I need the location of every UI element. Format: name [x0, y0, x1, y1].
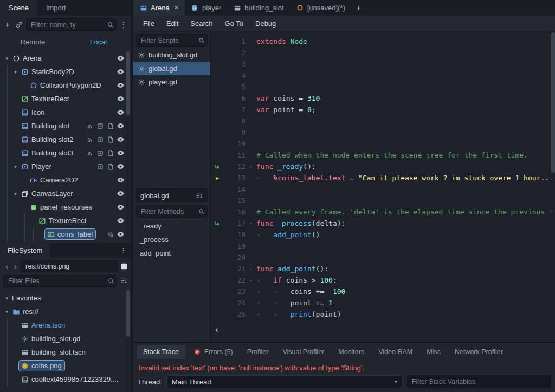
scene-tree-item[interactable]: Building slot2: [0, 133, 131, 146]
dock-tab-import[interactable]: Import: [37, 0, 75, 16]
filesystem-scrollbar[interactable]: [126, 290, 130, 391]
script-icon[interactable]: [106, 135, 114, 143]
script-icon[interactable]: [106, 162, 114, 171]
filesystem-item[interactable]: building_slot.gd: [0, 332, 131, 345]
filter-methods-input[interactable]: [136, 205, 208, 218]
group-icon[interactable]: [96, 122, 104, 130]
filesystem-item[interactable]: ▾Favorites:: [0, 291, 131, 305]
code-line[interactable]: 15: [211, 195, 555, 206]
visibility-eye-icon[interactable]: [117, 122, 125, 130]
code-line[interactable]: 23» » coins += -100: [211, 286, 555, 297]
code-line[interactable]: ▶13» %coins_label.text = "Can it please …: [211, 172, 555, 184]
fold-arrow-icon[interactable]: ▾: [246, 278, 256, 283]
code-line[interactable]: 10: [211, 138, 555, 149]
scene-tree-item[interactable]: coins_label%: [0, 227, 131, 241]
code-line[interactable]: 20: [211, 252, 555, 263]
scrollbar-thumb[interactable]: [126, 51, 130, 115]
scene-tree-item[interactable]: ▾Player: [0, 160, 131, 173]
sort-files-button[interactable]: [120, 277, 128, 285]
scene-tree-item[interactable]: panel_resourses: [0, 200, 131, 214]
filesystem-path-input[interactable]: [21, 260, 118, 272]
code-line[interactable]: 25» » print(point): [211, 309, 555, 320]
script-list-item[interactable]: global.gd: [133, 62, 210, 75]
code-line[interactable]: 2: [211, 47, 555, 58]
visibility-eye-icon[interactable]: [117, 203, 125, 211]
thread-dropdown[interactable]: Main Thread ▾: [166, 375, 403, 388]
code-line[interactable]: 21▾func add_point():: [211, 263, 555, 275]
scene-tree-item[interactable]: CollisionPolygon2D: [0, 79, 131, 92]
code-line[interactable]: 19: [211, 240, 555, 252]
method-item[interactable]: add_point: [133, 246, 210, 260]
code-line[interactable]: 6var coins = 310: [211, 93, 555, 104]
filesystem-item[interactable]: ▾res://: [0, 305, 131, 318]
filesystem-item[interactable]: cooltext45998571223329....: [0, 373, 131, 386]
scene-menu-button[interactable]: ⋮: [119, 20, 128, 30]
scene-filter-input[interactable]: [26, 18, 117, 31]
code-line[interactable]: 18» add_point(): [211, 229, 555, 240]
script-icon[interactable]: [106, 122, 114, 130]
filesystem-item[interactable]: building_slot.tscn: [0, 345, 131, 359]
visibility-eye-icon[interactable]: [117, 108, 125, 116]
toggle-split-mode-button[interactable]: [120, 262, 128, 270]
code-line[interactable]: 3: [211, 58, 555, 70]
scrollbar-thumb[interactable]: [126, 290, 130, 337]
percent-icon[interactable]: %: [106, 230, 114, 238]
expand-arrow-icon[interactable]: ▾: [12, 164, 19, 169]
visibility-eye-icon[interactable]: [117, 230, 125, 238]
code-editor[interactable]: 1extends Node23456var coins = 3107var po…: [210, 31, 555, 342]
local-button[interactable]: Local: [66, 38, 131, 46]
script-list-item[interactable]: player.gd: [133, 75, 210, 89]
scene-tab-arena[interactable]: Arena✕: [133, 0, 185, 16]
code-line[interactable]: 9: [211, 127, 555, 138]
visibility-eye-icon[interactable]: [117, 135, 125, 143]
code-line[interactable]: 7var point = 0;: [211, 104, 555, 115]
scene-tree-scrollbar[interactable]: [126, 51, 130, 240]
code-line[interactable]: 4: [211, 70, 555, 81]
new-tab-button[interactable]: +: [351, 0, 366, 16]
group-icon[interactable]: [96, 149, 104, 157]
code-line[interactable]: 17▾func _process(delta):: [211, 218, 555, 229]
visibility-eye-icon[interactable]: [117, 217, 125, 225]
debugger-tab-video-ram[interactable]: Video RAM: [372, 345, 419, 359]
code-line[interactable]: 1extends Node: [211, 36, 555, 47]
debugger-tab-errors-5[interactable]: Errors (5): [186, 345, 240, 359]
code-line[interactable]: 16# Called every frame. 'delta' is the e…: [211, 206, 555, 218]
method-item[interactable]: _process: [133, 233, 210, 246]
visibility-eye-icon[interactable]: [117, 176, 125, 184]
scene-tab-player[interactable]: player: [185, 0, 227, 16]
filter-files-input[interactable]: [3, 275, 117, 287]
code-line[interactable]: 22▾» if coins > 100:: [211, 275, 555, 286]
scene-tree-item[interactable]: ▾Arena: [0, 51, 131, 65]
scene-tree-item[interactable]: TextureRect: [0, 214, 131, 227]
scene-tree-item[interactable]: Camera2D2: [0, 173, 131, 187]
scroll-left-icon[interactable]: ‹: [215, 325, 218, 335]
script-list-item[interactable]: building_slot.gd: [133, 48, 210, 62]
sort-methods-button[interactable]: [195, 192, 203, 200]
fold-arrow-icon[interactable]: ▾: [246, 221, 256, 226]
debugger-tab-visual-profiler[interactable]: Visual Profiler: [276, 345, 331, 359]
menu-go-to[interactable]: Go To: [220, 19, 249, 28]
scene-tab-building-slot[interactable]: building_slot: [227, 0, 289, 16]
signal-icon[interactable]: [86, 149, 94, 157]
instance-scene-button[interactable]: [15, 21, 23, 28]
expand-arrow-icon[interactable]: ▾: [12, 69, 19, 75]
expand-arrow-icon[interactable]: ▾: [3, 309, 10, 315]
scene-tree-item[interactable]: ▾StaticBody2D: [0, 65, 131, 79]
visibility-eye-icon[interactable]: [117, 68, 125, 76]
visibility-eye-icon[interactable]: [117, 162, 125, 171]
debugger-tab-misc[interactable]: Misc: [420, 345, 447, 359]
close-icon[interactable]: ✕: [174, 4, 179, 11]
group-icon[interactable]: [96, 162, 104, 171]
scene-tab-unsaved[interactable]: [unsaved](*): [290, 0, 351, 16]
debugger-tab-monitors[interactable]: Monitors: [332, 345, 371, 359]
filesystem-item[interactable]: Arena.tscn: [0, 318, 131, 332]
scene-tree-item[interactable]: Building slot: [0, 119, 131, 133]
method-item[interactable]: _ready: [133, 219, 210, 233]
debugger-tab-network-profiler[interactable]: Network Profiler: [448, 345, 509, 359]
dock-tab-scene[interactable]: Scene: [0, 0, 37, 16]
scene-tree-item[interactable]: TextureRect: [0, 92, 131, 106]
expand-arrow-icon[interactable]: ▾: [3, 296, 10, 301]
filesystem-menu-button[interactable]: ⋮: [120, 246, 131, 254]
code-line[interactable]: 5: [211, 81, 555, 93]
nav-forward-icon[interactable]: ›: [12, 262, 19, 271]
